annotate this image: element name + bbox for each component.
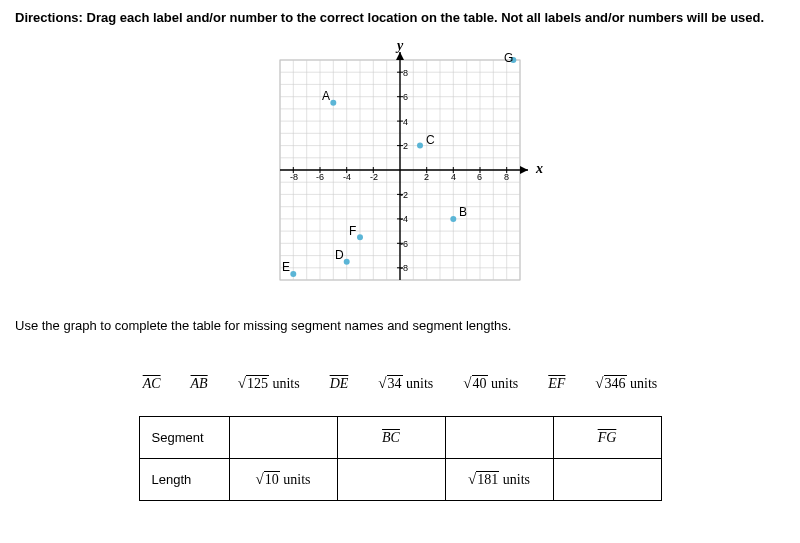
point-F [357,234,363,240]
svg-text:6: 6 [477,172,482,182]
cell-segment-BC: BC [337,417,445,459]
svg-text:A: A [322,89,330,103]
point-B [450,216,456,222]
svg-text:-4: -4 [343,172,351,182]
svg-text:D: D [335,248,344,262]
drop-segment-1[interactable] [229,417,337,459]
point-D [344,259,350,265]
svg-text:2: 2 [424,172,429,182]
svg-text:F: F [349,224,356,238]
x-axis-label: x [535,161,543,176]
label-pool: AC AB √125 units DE √34 units √40 units … [15,373,785,394]
cell-length-sqrt10: √10 units [229,459,337,501]
drop-segment-3[interactable] [445,417,553,459]
point-E [290,271,296,277]
svg-text:B: B [459,205,467,219]
point-C [417,143,423,149]
drop-length-4[interactable] [553,459,661,501]
svg-text:8: 8 [504,172,509,182]
svg-text:-6: -6 [316,172,324,182]
instruction-text: Use the graph to complete the table for … [15,318,785,333]
drag-label-AB[interactable]: AB [187,374,212,394]
drag-label-EF[interactable]: EF [544,374,569,394]
drag-label-AC[interactable]: AC [139,374,165,394]
svg-text:-2: -2 [370,172,378,182]
y-axis-label: y [395,40,404,53]
svg-text:2: 2 [403,141,408,151]
row-header-length: Length [139,459,229,501]
svg-text:-6: -6 [400,239,408,249]
svg-text:-2: -2 [400,190,408,200]
graph-container: x y -8 -6 -4 -2 2 4 6 8 8 6 4 2 -2 -4 -6… [15,40,785,300]
svg-marker-40 [520,166,528,174]
coordinate-graph: x y -8 -6 -4 -2 2 4 6 8 8 6 4 2 -2 -4 -6… [250,40,550,300]
drag-label-DE[interactable]: DE [326,374,353,394]
drag-label-sqrt346[interactable]: √346 units [591,373,661,394]
svg-text:6: 6 [403,92,408,102]
drag-label-sqrt40[interactable]: √40 units [459,373,522,394]
row-header-segment: Segment [139,417,229,459]
point-A [330,100,336,106]
svg-text:4: 4 [451,172,456,182]
svg-text:G: G [504,51,513,65]
svg-text:8: 8 [403,68,408,78]
graph-svg: x y -8 -6 -4 -2 2 4 6 8 8 6 4 2 -2 -4 -6… [250,40,550,300]
drag-label-sqrt34[interactable]: √34 units [374,373,437,394]
drop-length-2[interactable] [337,459,445,501]
svg-text:E: E [282,260,290,274]
directions-text: Directions: Drag each label and/or numbe… [15,10,785,25]
cell-segment-FG: FG [553,417,661,459]
svg-text:-8: -8 [290,172,298,182]
svg-text:C: C [426,133,435,147]
cell-length-sqrt181: √181 units [445,459,553,501]
svg-marker-42 [396,52,404,60]
svg-text:4: 4 [403,117,408,127]
answer-table: Segment BC FG Length √10 units √181 unit… [139,416,662,501]
drag-label-sqrt125[interactable]: √125 units [234,373,304,394]
